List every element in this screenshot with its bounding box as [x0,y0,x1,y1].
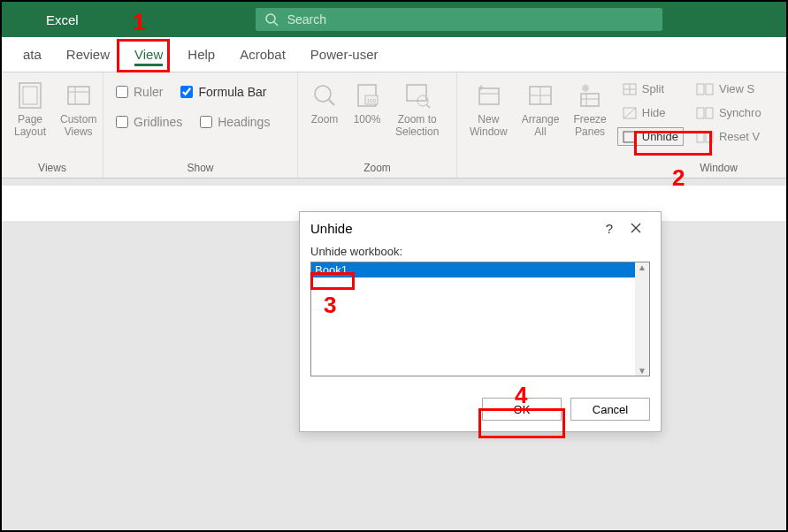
tab-poweruser[interactable]: Power-user [298,37,391,72]
arrange-all-icon [526,80,555,111]
svg-rect-37 [706,132,713,142]
split-icon [623,83,637,95]
svg-point-0 [266,14,275,23]
custom-views-button[interactable]: Custom Views [55,76,102,142]
dialog-titlebar: Unhide ? [300,212,661,245]
hide-button[interactable]: Hide [617,103,684,122]
listbox-item-book1[interactable]: Book1 [311,262,635,277]
dialog-help-button[interactable]: ? [597,221,622,236]
synchro-button[interactable]: Synchro [691,103,767,122]
freeze-panes-button[interactable]: ❄ Freeze Panes [568,76,611,142]
unhide-workbook-label: Unhide workbook: [310,245,650,258]
tab-review[interactable]: Review [54,37,122,72]
freeze-panes-icon: ❄ [576,80,604,111]
search-icon [264,12,279,27]
tab-data[interactable]: ata [11,37,54,72]
zoom-100-icon: 100 [353,80,381,111]
tab-view[interactable]: View [122,37,175,72]
new-window-button[interactable]: New Window [464,76,513,142]
tab-help[interactable]: Help [175,37,227,72]
headings-checkbox[interactable]: Headings [195,111,275,133]
ribbon-body: Page Layout Custom Views Views Ruler For… [2,72,786,179]
gridlines-check-input[interactable] [116,116,128,128]
close-icon [631,223,641,233]
svg-rect-3 [23,87,37,104]
gridlines-label: Gridlines [134,115,182,129]
unhide-icon [623,131,637,143]
unhide-button[interactable]: Unhide [617,127,684,146]
hide-icon [623,107,637,119]
zoom-selection-label: Zoom to Selection [395,113,439,139]
app-name: Excel [46,12,79,27]
svg-line-1 [274,22,278,26]
zoom-button[interactable]: Zoom [305,76,344,129]
zoom-selection-icon [403,80,432,111]
svg-line-14 [426,104,430,108]
zoom-selection-button[interactable]: Zoom to Selection [390,76,444,142]
zoom-100-label: 100% [354,113,381,125]
reset-button[interactable]: Reset V [691,127,767,146]
zoom-icon [310,80,339,111]
freeze-panes-label: Freeze Panes [573,113,606,139]
view-side-button[interactable]: View S [691,80,767,98]
cancel-button[interactable]: Cancel [570,398,650,421]
group-show: Ruler Formula Bar Gridlines Headings Sho… [103,72,298,178]
page-layout-button[interactable]: Page Layout [9,76,51,142]
svg-rect-35 [706,108,713,118]
svg-point-7 [315,86,331,102]
zoom-label: Zoom [311,113,339,125]
split-label: Split [642,82,664,95]
svg-rect-36 [697,132,704,142]
hide-label: Hide [642,106,666,119]
group-zoom: Zoom 100 100% Zoom to Selection Zoom [298,72,457,178]
view-side-label: View S [719,82,754,95]
headings-label: Headings [218,115,270,129]
workbook-listbox[interactable]: Book1 ▲ ▼ [310,262,650,376]
custom-views-icon [65,80,93,111]
split-button[interactable]: Split [617,80,684,98]
arrange-all-button[interactable]: Arrange All [516,76,565,142]
arrange-all-label: Arrange All [522,113,560,139]
svg-rect-15 [479,88,499,104]
view-side-icon [696,83,714,95]
gridlines-checkbox[interactable]: Gridlines [111,111,187,133]
svg-text:❄: ❄ [581,82,590,95]
unhide-dialog: Unhide ? Unhide workbook: Book1 ▲ ▼ OK C… [299,211,662,432]
ruler-checkbox[interactable]: Ruler [111,81,168,103]
scroll-down-icon[interactable]: ▼ [638,366,646,376]
group-show-label: Show [111,162,290,178]
svg-rect-31 [624,132,636,142]
svg-rect-33 [706,84,713,95]
formula-bar-checkbox[interactable]: Formula Bar [175,81,272,103]
dialog-close-button[interactable] [622,221,650,236]
new-window-icon [474,80,502,111]
svg-rect-12 [407,85,426,101]
search-placeholder: Search [287,12,326,27]
group-views: Page Layout Custom Views Views [2,72,103,178]
title-bar: Excel Search [2,2,786,37]
dialog-title: Unhide [310,221,597,236]
group-window: New Window Arrange All ❄ Freeze Panes Sp… [457,72,786,178]
dialog-body: Unhide workbook: Book1 ▲ ▼ [300,245,661,387]
svg-line-30 [624,108,636,118]
reset-icon [696,131,714,143]
tab-acrobat[interactable]: Acrobat [227,37,298,72]
reset-label: Reset V [719,130,760,143]
search-box[interactable]: Search [256,8,662,31]
custom-views-label: Custom Views [60,113,96,139]
formula-bar-check-input[interactable] [180,86,193,98]
ok-button[interactable]: OK [482,398,562,421]
ruler-check-input[interactable] [116,86,128,98]
dialog-buttons: OK Cancel [300,387,661,431]
svg-rect-34 [697,108,704,118]
headings-check-input[interactable] [200,116,212,128]
page-layout-icon [16,80,44,111]
scroll-up-icon[interactable]: ▲ [638,262,646,272]
page-layout-label: Page Layout [14,113,46,139]
listbox-scrollbar[interactable]: ▲ ▼ [635,262,649,376]
group-zoom-label: Zoom [305,162,449,178]
svg-text:100: 100 [367,98,377,103]
svg-line-8 [329,100,334,105]
unhide-label: Unhide [642,130,678,143]
zoom-100-button[interactable]: 100 100% [348,76,386,129]
